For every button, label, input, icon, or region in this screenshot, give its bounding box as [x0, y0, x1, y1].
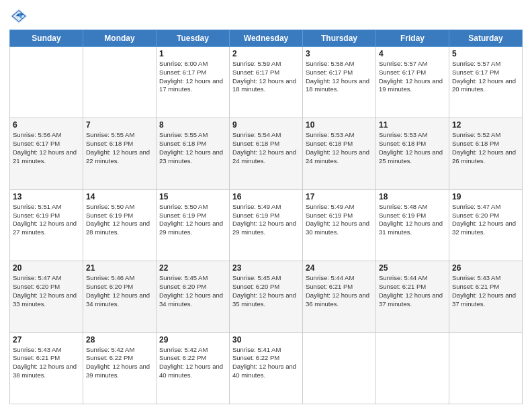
calendar-cell: 12Sunrise: 5:52 AM Sunset: 6:18 PM Dayli… [449, 118, 523, 189]
calendar-cell: 7Sunrise: 5:55 AM Sunset: 6:18 PM Daylig… [83, 118, 157, 189]
day-info: Sunrise: 5:49 AM Sunset: 6:19 PM Dayligh… [306, 203, 373, 237]
day-number: 13 [13, 192, 80, 201]
weekday-header-wednesday: Wednesday [230, 30, 303, 47]
calendar-cell: 4Sunrise: 5:57 AM Sunset: 6:17 PM Daylig… [376, 47, 449, 118]
calendar-cell: 30Sunrise: 5:41 AM Sunset: 6:22 PM Dayli… [230, 332, 303, 404]
calendar-cell: 2Sunrise: 5:59 AM Sunset: 6:17 PM Daylig… [230, 47, 303, 118]
calendar-cell: 20Sunrise: 5:47 AM Sunset: 6:20 PM Dayli… [10, 261, 83, 332]
logo [9, 7, 31, 26]
calendar-cell: 24Sunrise: 5:44 AM Sunset: 6:21 PM Dayli… [303, 261, 376, 332]
day-info: Sunrise: 5:56 AM Sunset: 6:17 PM Dayligh… [13, 131, 80, 165]
calendar-cell: 29Sunrise: 5:42 AM Sunset: 6:22 PM Dayli… [157, 332, 230, 404]
weekday-header-monday: Monday [83, 30, 157, 47]
calendar-cell: 27Sunrise: 5:43 AM Sunset: 6:21 PM Dayli… [10, 332, 83, 404]
day-info: Sunrise: 5:53 AM Sunset: 6:18 PM Dayligh… [306, 131, 373, 165]
day-info: Sunrise: 5:54 AM Sunset: 6:18 PM Dayligh… [232, 131, 300, 165]
weekday-header-thursday: Thursday [303, 30, 376, 47]
day-number: 30 [232, 335, 300, 345]
week-row-1: 1Sunrise: 6:00 AM Sunset: 6:17 PM Daylig… [10, 47, 523, 118]
day-number: 4 [379, 49, 446, 58]
day-info: Sunrise: 5:43 AM Sunset: 6:21 PM Dayligh… [452, 274, 519, 308]
day-number: 28 [86, 335, 153, 345]
calendar-cell: 9Sunrise: 5:54 AM Sunset: 6:18 PM Daylig… [230, 118, 303, 189]
weekday-header-saturday: Saturday [449, 30, 523, 47]
day-number: 17 [306, 192, 373, 201]
day-number: 21 [86, 263, 153, 273]
day-info: Sunrise: 5:45 AM Sunset: 6:20 PM Dayligh… [159, 274, 226, 308]
day-info: Sunrise: 5:57 AM Sunset: 6:17 PM Dayligh… [452, 60, 519, 94]
day-info: Sunrise: 5:43 AM Sunset: 6:21 PM Dayligh… [13, 346, 80, 380]
day-info: Sunrise: 5:53 AM Sunset: 6:18 PM Dayligh… [379, 131, 446, 165]
calendar-table: SundayMondayTuesdayWednesdayThursdayFrid… [9, 30, 523, 404]
day-number: 27 [13, 335, 80, 345]
calendar-cell [303, 332, 376, 404]
calendar-cell: 18Sunrise: 5:48 AM Sunset: 6:19 PM Dayli… [376, 189, 449, 261]
day-info: Sunrise: 6:00 AM Sunset: 6:17 PM Dayligh… [159, 60, 226, 94]
week-row-2: 6Sunrise: 5:56 AM Sunset: 6:17 PM Daylig… [10, 118, 523, 189]
calendar-cell: 23Sunrise: 5:45 AM Sunset: 6:20 PM Dayli… [230, 261, 303, 332]
day-info: Sunrise: 5:46 AM Sunset: 6:20 PM Dayligh… [86, 274, 153, 308]
calendar-cell: 13Sunrise: 5:51 AM Sunset: 6:19 PM Dayli… [10, 189, 83, 261]
day-info: Sunrise: 5:51 AM Sunset: 6:19 PM Dayligh… [13, 203, 80, 237]
day-info: Sunrise: 5:47 AM Sunset: 6:20 PM Dayligh… [452, 203, 519, 237]
day-info: Sunrise: 5:48 AM Sunset: 6:19 PM Dayligh… [379, 203, 446, 237]
day-number: 3 [306, 49, 373, 58]
day-number: 22 [159, 263, 226, 273]
calendar-cell: 26Sunrise: 5:43 AM Sunset: 6:21 PM Dayli… [449, 261, 523, 332]
day-number: 6 [13, 120, 80, 130]
day-info: Sunrise: 5:42 AM Sunset: 6:22 PM Dayligh… [159, 346, 226, 380]
day-number: 8 [159, 120, 226, 130]
calendar-cell: 21Sunrise: 5:46 AM Sunset: 6:20 PM Dayli… [83, 261, 157, 332]
logo-icon [9, 7, 28, 26]
day-number: 2 [232, 49, 300, 58]
day-info: Sunrise: 5:58 AM Sunset: 6:17 PM Dayligh… [306, 60, 373, 94]
week-row-4: 20Sunrise: 5:47 AM Sunset: 6:20 PM Dayli… [10, 261, 523, 332]
day-info: Sunrise: 5:42 AM Sunset: 6:22 PM Dayligh… [86, 346, 153, 380]
day-number: 14 [86, 192, 153, 201]
day-info: Sunrise: 5:44 AM Sunset: 6:21 PM Dayligh… [379, 274, 446, 308]
calendar-cell: 17Sunrise: 5:49 AM Sunset: 6:19 PM Dayli… [303, 189, 376, 261]
day-number: 12 [452, 120, 519, 130]
weekday-header-tuesday: Tuesday [157, 30, 230, 47]
day-number: 25 [379, 263, 446, 273]
calendar-cell [83, 47, 157, 118]
weekday-header-friday: Friday [376, 30, 449, 47]
page: SundayMondayTuesdayWednesdayThursdayFrid… [0, 0, 532, 411]
calendar-cell: 19Sunrise: 5:47 AM Sunset: 6:20 PM Dayli… [449, 189, 523, 261]
day-info: Sunrise: 5:50 AM Sunset: 6:19 PM Dayligh… [159, 203, 226, 237]
day-number: 5 [452, 49, 519, 58]
calendar-cell: 11Sunrise: 5:53 AM Sunset: 6:18 PM Dayli… [376, 118, 449, 189]
day-info: Sunrise: 5:45 AM Sunset: 6:20 PM Dayligh… [232, 274, 300, 308]
calendar-cell: 10Sunrise: 5:53 AM Sunset: 6:18 PM Dayli… [303, 118, 376, 189]
day-number: 23 [232, 263, 300, 273]
day-info: Sunrise: 5:44 AM Sunset: 6:21 PM Dayligh… [306, 274, 373, 308]
calendar-cell: 3Sunrise: 5:58 AM Sunset: 6:17 PM Daylig… [303, 47, 376, 118]
day-number: 1 [159, 49, 226, 58]
day-number: 15 [159, 192, 226, 201]
calendar-cell [449, 332, 523, 404]
calendar-cell: 5Sunrise: 5:57 AM Sunset: 6:17 PM Daylig… [449, 47, 523, 118]
calendar-cell: 22Sunrise: 5:45 AM Sunset: 6:20 PM Dayli… [157, 261, 230, 332]
day-number: 24 [306, 263, 373, 273]
day-number: 16 [232, 192, 300, 201]
weekday-header-row: SundayMondayTuesdayWednesdayThursdayFrid… [10, 30, 523, 47]
calendar-cell: 14Sunrise: 5:50 AM Sunset: 6:19 PM Dayli… [83, 189, 157, 261]
calendar-cell: 6Sunrise: 5:56 AM Sunset: 6:17 PM Daylig… [10, 118, 83, 189]
day-number: 7 [86, 120, 153, 130]
calendar-cell: 1Sunrise: 6:00 AM Sunset: 6:17 PM Daylig… [157, 47, 230, 118]
day-info: Sunrise: 5:55 AM Sunset: 6:18 PM Dayligh… [159, 131, 226, 165]
day-info: Sunrise: 5:41 AM Sunset: 6:22 PM Dayligh… [232, 346, 300, 380]
calendar-cell: 8Sunrise: 5:55 AM Sunset: 6:18 PM Daylig… [157, 118, 230, 189]
day-info: Sunrise: 5:57 AM Sunset: 6:17 PM Dayligh… [379, 60, 446, 94]
day-number: 10 [306, 120, 373, 130]
day-info: Sunrise: 5:52 AM Sunset: 6:18 PM Dayligh… [452, 131, 519, 165]
calendar-cell: 16Sunrise: 5:49 AM Sunset: 6:19 PM Dayli… [230, 189, 303, 261]
day-number: 18 [379, 192, 446, 201]
day-info: Sunrise: 5:49 AM Sunset: 6:19 PM Dayligh… [232, 203, 300, 237]
day-info: Sunrise: 5:50 AM Sunset: 6:19 PM Dayligh… [86, 203, 153, 237]
weekday-header-sunday: Sunday [10, 30, 83, 47]
day-number: 20 [13, 263, 80, 273]
calendar-cell [10, 47, 83, 118]
week-row-3: 13Sunrise: 5:51 AM Sunset: 6:19 PM Dayli… [10, 189, 523, 261]
calendar-cell [376, 332, 449, 404]
